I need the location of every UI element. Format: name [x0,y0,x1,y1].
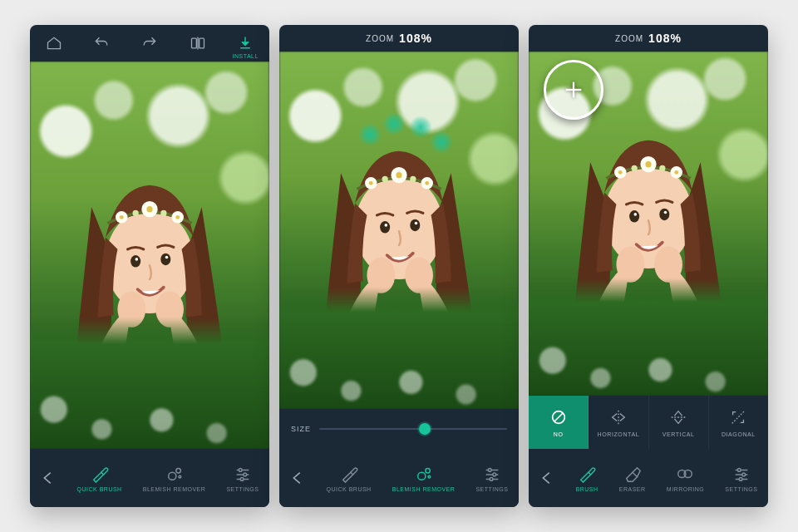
phone-screen-1: INSTALL QUICK BRUSH BLEMISH REM [30,25,269,507]
bottom-toolbar: QUICK BRUSH BLEMISH REMOVER SETTINGS [279,449,519,507]
bottom-toolbar: QUICK BRUSH BLEMISH REMOVER SETTINGS [30,449,269,507]
svg-point-31 [488,468,491,471]
size-slider[interactable] [319,420,507,438]
undo-icon[interactable] [83,25,120,62]
svg-point-24 [244,473,247,476]
tool-label: MIRRORING [667,486,704,492]
svg-point-28 [425,468,429,473]
mirror-label: HORIZONTAL [598,431,640,437]
tool-quick-brush[interactable]: QUICK BRUSH [77,465,122,492]
svg-line-42 [732,411,745,423]
svg-point-20 [179,475,181,478]
photo [279,52,519,409]
slider-thumb-icon[interactable] [419,423,431,435]
tool-label: SETTINGS [725,486,757,492]
install-icon[interactable]: INSTALL [227,25,264,62]
svg-line-39 [554,412,563,421]
size-label: SIZE [291,425,311,433]
svg-point-46 [737,468,741,471]
mirror-label: DIAGONAL [722,431,756,437]
bottom-toolbar: BRUSH ERASER MIRRORING SETTINGS [529,449,768,507]
svg-point-50 [739,477,742,480]
tool-label: BLEMISH REMOVER [143,486,206,492]
tool-label: QUICK BRUSH [77,486,122,492]
tool-settings[interactable]: SETTINGS [226,465,259,492]
tool-mirroring[interactable]: MIRRORING [667,465,704,492]
phone-screen-2: ZOOM 108% SIZE [279,25,519,507]
editor-canvas[interactable] [529,52,768,396]
back-icon[interactable] [279,469,316,487]
svg-point-33 [493,473,496,476]
svg-rect-15 [191,38,196,48]
mirror-horizontal[interactable]: HORIZONTAL [589,396,648,449]
tool-blemish-remover[interactable]: BLEMISH REMOVER [143,465,206,492]
source-preview[interactable] [544,60,603,120]
back-icon[interactable] [30,469,66,487]
photo [30,62,269,449]
mirror-label: NO [554,431,564,437]
mirror-no[interactable]: NO [529,396,589,449]
svg-point-22 [239,468,242,471]
tool-settings[interactable]: SETTINGS [725,465,757,492]
tool-label: SETTINGS [475,486,508,492]
install-label: INSTALL [232,53,258,59]
svg-rect-16 [199,38,204,48]
mirror-label: VERTICAL [663,431,695,437]
mirror-options: NO HORIZONTAL VERTICAL DIAGONAL [529,396,768,449]
editor-canvas[interactable] [279,52,519,409]
zoom-indicator: ZOOM 108% [279,25,519,52]
svg-point-29 [428,475,431,478]
tool-label: QUICK BRUSH [327,486,372,492]
compare-icon[interactable] [180,25,216,62]
back-icon[interactable] [529,469,565,487]
svg-point-26 [240,477,244,480]
crosshair-icon [546,62,601,117]
redo-icon[interactable] [131,25,168,62]
top-toolbar: INSTALL [30,25,269,62]
tool-label: BRUSH [576,486,598,492]
editor-canvas[interactable] [30,62,269,449]
tool-label: SETTINGS [226,486,259,492]
stage: INSTALL QUICK BRUSH BLEMISH REM [0,0,798,532]
tool-settings[interactable]: SETTINGS [475,465,508,492]
phone-screen-3: ZOOM 108% NO [529,25,768,507]
zoom-label: ZOOM [366,34,394,43]
svg-point-19 [175,468,180,473]
svg-point-18 [168,472,175,480]
mirror-vertical[interactable]: VERTICAL [649,396,709,449]
home-icon[interactable] [36,25,72,62]
size-bar: SIZE [279,409,519,449]
mirror-diagonal[interactable]: DIAGONAL [709,396,768,449]
zoom-value: 108% [648,32,682,45]
tool-brush[interactable]: BRUSH [576,465,598,492]
tool-label: BLEMISH REMOVER [392,486,456,492]
svg-point-35 [490,477,493,480]
zoom-value: 108% [399,32,432,45]
tool-quick-brush[interactable]: QUICK BRUSH [327,465,372,492]
svg-point-27 [417,472,425,480]
tool-eraser[interactable]: ERASER [619,465,646,492]
zoom-label: ZOOM [615,34,643,43]
svg-point-48 [742,473,746,476]
tool-blemish-remover[interactable]: BLEMISH REMOVER [392,465,456,492]
zoom-indicator: ZOOM 108% [529,25,768,52]
tool-label: ERASER [619,486,646,492]
